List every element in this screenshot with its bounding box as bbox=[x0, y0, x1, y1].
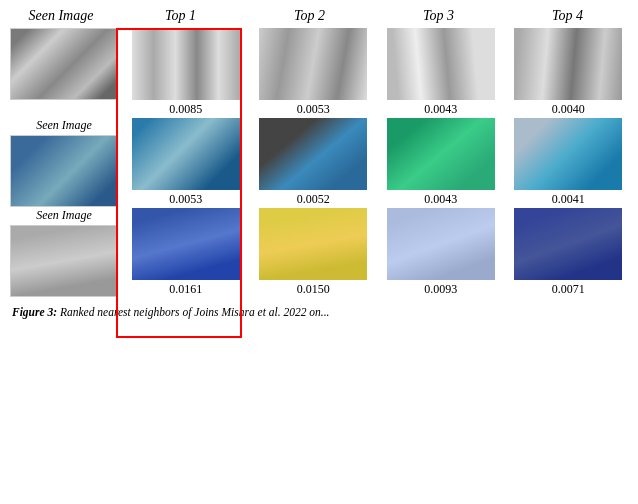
top3-score-zebra: 0.0043 bbox=[424, 100, 457, 118]
header-row: Seen Image Top 1 Top 2 Top 3 Top 4 bbox=[6, 8, 632, 24]
top4-image-zebra bbox=[514, 28, 622, 100]
top4-header: Top 4 bbox=[503, 8, 632, 24]
top4-col-plane: 0.0071 bbox=[505, 208, 633, 298]
seen-col-surf: Seen Image bbox=[6, 118, 122, 208]
top1-col-surf: 0.0053 bbox=[122, 118, 250, 208]
row-plane: Seen Image 0.0161 0.0150 0.0093 0.0071 bbox=[6, 208, 632, 298]
main-container: Seen Image Top 1 Top 2 Top 3 Top 4 0.008… bbox=[0, 0, 638, 324]
seen-image-zebra bbox=[10, 28, 118, 100]
top2-col-zebra: 0.0053 bbox=[250, 28, 378, 118]
seen-col-zebra bbox=[6, 28, 122, 118]
top2-header: Top 2 bbox=[245, 8, 374, 24]
top1-image-plane bbox=[132, 208, 240, 280]
top3-image-plane bbox=[387, 208, 495, 280]
top3-header: Top 3 bbox=[374, 8, 503, 24]
top2-score-plane: 0.0150 bbox=[297, 280, 330, 298]
top2-image-plane bbox=[259, 208, 367, 280]
caption-prefix: Figure 3: bbox=[12, 306, 60, 318]
top2-image-surf bbox=[259, 118, 367, 190]
top4-col-surf: 0.0041 bbox=[505, 118, 633, 208]
seen-label-plane: Seen Image bbox=[36, 208, 92, 223]
seen-image-header: Seen Image bbox=[6, 8, 116, 24]
top3-col-surf: 0.0043 bbox=[377, 118, 505, 208]
seen-label-surf: Seen Image bbox=[36, 118, 92, 133]
top3-col-plane: 0.0093 bbox=[377, 208, 505, 298]
top1-header: Top 1 bbox=[116, 8, 245, 24]
top4-score-zebra: 0.0040 bbox=[552, 100, 585, 118]
top1-score-surf: 0.0053 bbox=[169, 190, 202, 208]
top4-score-plane: 0.0071 bbox=[552, 280, 585, 298]
seen-col-plane: Seen Image bbox=[6, 208, 122, 298]
caption: Figure 3: Ranked nearest neighbors of Jo… bbox=[6, 300, 632, 320]
top4-image-plane bbox=[514, 208, 622, 280]
top3-image-surf bbox=[387, 118, 495, 190]
seen-image-surf bbox=[10, 135, 118, 207]
top4-score-surf: 0.0041 bbox=[552, 190, 585, 208]
top1-image-surf bbox=[132, 118, 240, 190]
top1-col-plane: 0.0161 bbox=[122, 208, 250, 298]
top3-image-zebra bbox=[387, 28, 495, 100]
top2-image-zebra bbox=[259, 28, 367, 100]
top2-score-zebra: 0.0053 bbox=[297, 100, 330, 118]
seen-image-plane bbox=[10, 225, 118, 297]
top1-score-zebra: 0.0085 bbox=[169, 100, 202, 118]
top4-image-surf bbox=[514, 118, 622, 190]
top2-col-plane: 0.0150 bbox=[250, 208, 378, 298]
caption-body: Ranked nearest neighbors of Joins Mishra… bbox=[60, 306, 329, 318]
top2-score-surf: 0.0052 bbox=[297, 190, 330, 208]
top1-col-zebra: 0.0085 bbox=[122, 28, 250, 118]
top3-score-surf: 0.0043 bbox=[424, 190, 457, 208]
top4-col-zebra: 0.0040 bbox=[505, 28, 633, 118]
top3-score-plane: 0.0093 bbox=[424, 280, 457, 298]
top2-col-surf: 0.0052 bbox=[250, 118, 378, 208]
row-zebra: 0.0085 0.0053 0.0043 0.0040 bbox=[6, 28, 632, 118]
top1-image-zebra bbox=[132, 28, 240, 100]
top3-col-zebra: 0.0043 bbox=[377, 28, 505, 118]
top1-score-plane: 0.0161 bbox=[169, 280, 202, 298]
row-surf: Seen Image 0.0053 0.0052 0.0043 0.0041 bbox=[6, 118, 632, 208]
